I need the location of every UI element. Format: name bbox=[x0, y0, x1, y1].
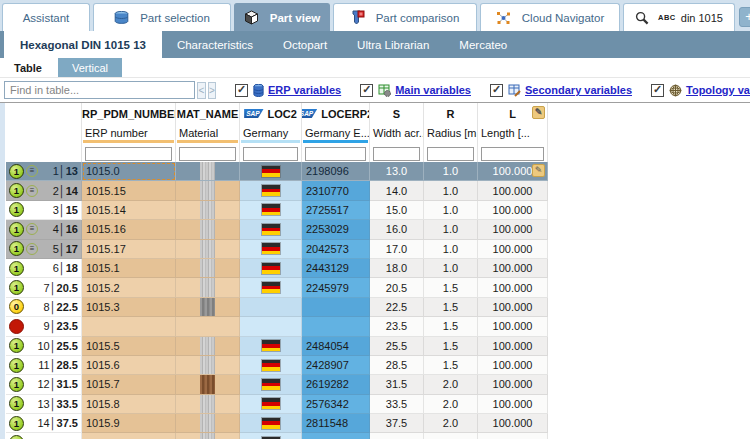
tab-search[interactable]: ABC din 1015 bbox=[623, 3, 735, 31]
row-number-cell[interactable]: 16│18 bbox=[6, 259, 82, 278]
locerp2-cell[interactable]: 2619282 bbox=[302, 375, 370, 394]
material-cell[interactable] bbox=[176, 395, 240, 414]
radius-cell[interactable]: 1.0 bbox=[424, 240, 478, 259]
radius-cell[interactable]: 1.0 bbox=[424, 181, 478, 200]
table-row[interactable]: 9│23.523.51.5100.000 bbox=[6, 317, 548, 336]
row-number-cell[interactable]: 9│23.5 bbox=[6, 317, 82, 336]
tab-octopart[interactable]: Octopart bbox=[268, 31, 342, 58]
table-row[interactable]: 17│20.51015.2224597920.51.5100.000 bbox=[6, 278, 548, 297]
width-across-cell[interactable] bbox=[370, 433, 424, 439]
edit-pencil-icon[interactable]: ✎ bbox=[532, 164, 545, 177]
width-across-cell[interactable]: 17.0 bbox=[370, 240, 424, 259]
loc2-cell[interactable] bbox=[240, 375, 302, 394]
radius-cell[interactable]: 1.5 bbox=[424, 337, 478, 356]
loc2-cell[interactable] bbox=[240, 201, 302, 220]
radius-cell[interactable]: 1.5 bbox=[424, 317, 478, 336]
row-number-cell[interactable]: 1≡4│16 bbox=[6, 220, 82, 239]
material-cell[interactable] bbox=[176, 337, 240, 356]
material-cell[interactable] bbox=[176, 278, 240, 297]
erp-number-cell[interactable]: 1015.0 bbox=[82, 162, 176, 181]
erp-variables-link[interactable]: ERP variables bbox=[268, 84, 341, 96]
material-cell[interactable] bbox=[176, 201, 240, 220]
column-header-LOCERP2[interactable]: SAPLOCERP2 bbox=[302, 103, 370, 124]
tab-part-view[interactable]: Part view bbox=[234, 3, 330, 31]
column-header-L[interactable]: L✎ bbox=[478, 103, 548, 124]
row-number-cell[interactable]: 112│31.5 bbox=[6, 375, 82, 394]
locerp2-cell[interactable]: 2253029 bbox=[302, 220, 370, 239]
tab-mercateo[interactable]: Mercateo bbox=[444, 31, 522, 58]
radius-cell[interactable]: 1.0 bbox=[424, 259, 478, 278]
loc2-cell[interactable] bbox=[240, 337, 302, 356]
table-row[interactable]: 113│33.51015.8257634233.52.0100.000 bbox=[6, 395, 548, 414]
erp-number-cell[interactable]: 1015.7 bbox=[82, 375, 176, 394]
row-number-cell[interactable]: 13│15 bbox=[6, 201, 82, 220]
tab-assistant[interactable]: Assistant bbox=[2, 3, 90, 31]
find-next-button[interactable]: > bbox=[208, 82, 216, 99]
radius-cell[interactable]: 1.0 bbox=[424, 220, 478, 239]
width-across-cell[interactable]: 16.0 bbox=[370, 220, 424, 239]
material-cell[interactable] bbox=[176, 298, 240, 317]
length-cell[interactable]: 100.000 bbox=[478, 375, 548, 394]
row-number-cell[interactable]: 1≡1│13 bbox=[6, 162, 82, 181]
main-variables-link[interactable]: Main variables bbox=[395, 84, 471, 96]
material-cell[interactable] bbox=[176, 220, 240, 239]
table-row[interactable]: 1≡2│141015.15231077014.01.0100.000 bbox=[6, 181, 548, 200]
material-cell[interactable] bbox=[176, 259, 240, 278]
length-cell[interactable]: 100.000 bbox=[478, 298, 548, 317]
column-header-ERP_PDM_NUMBER[interactable]: ERP_PDM_NUMBER bbox=[82, 103, 176, 124]
width-across-cell[interactable]: 22.5 bbox=[370, 298, 424, 317]
loc2-cell[interactable] bbox=[240, 356, 302, 375]
length-cell[interactable]: 100.000 bbox=[478, 259, 548, 278]
erp-number-cell[interactable]: 1015.2 bbox=[82, 278, 176, 297]
radius-cell[interactable]: 1.0 bbox=[424, 162, 478, 181]
table-row[interactable]: 1≡1│131015.0219809613.01.0100.000✎ bbox=[6, 162, 548, 181]
erp-number-cell[interactable]: 1015.3 bbox=[82, 298, 176, 317]
column-filter-input-L[interactable] bbox=[481, 147, 544, 161]
table-row[interactable]: 13│151015.14272551715.01.0100.000 bbox=[6, 201, 548, 220]
radius-cell[interactable]: 2.0 bbox=[424, 375, 478, 394]
table-row[interactable]: 1≡4│161015.16225302916.01.0100.000 bbox=[6, 220, 548, 239]
loc2-cell[interactable] bbox=[240, 298, 302, 317]
column-filter-input-ERP_PDM_NUMBER[interactable] bbox=[85, 147, 172, 161]
length-cell[interactable]: 100.000 bbox=[478, 414, 548, 433]
column-filter-input-S[interactable] bbox=[373, 147, 420, 161]
locerp2-cell[interactable]: 2245979 bbox=[302, 278, 370, 297]
column-filter-input-R[interactable] bbox=[427, 147, 474, 161]
find-in-table-input[interactable] bbox=[4, 81, 195, 99]
width-across-cell[interactable]: 37.5 bbox=[370, 414, 424, 433]
new-tab-button[interactable]: + bbox=[739, 7, 750, 27]
erp-number-cell[interactable]: 1015.17 bbox=[82, 240, 176, 259]
row-number-cell[interactable]: 1≡5│17 bbox=[6, 240, 82, 259]
material-cell[interactable] bbox=[176, 162, 240, 181]
row-number-cell[interactable]: 08│22.5 bbox=[6, 298, 82, 317]
erp-number-cell[interactable] bbox=[82, 433, 176, 439]
material-cell[interactable] bbox=[176, 414, 240, 433]
row-number-cell[interactable]: 17│20.5 bbox=[6, 278, 82, 297]
loc2-cell[interactable] bbox=[240, 162, 302, 181]
material-cell[interactable] bbox=[176, 317, 240, 336]
length-cell[interactable]: 100.000 bbox=[478, 337, 548, 356]
table-row[interactable]: 16│181015.1244312918.01.0100.000 bbox=[6, 259, 548, 278]
length-cell[interactable]: 100.000 bbox=[478, 181, 548, 200]
find-prev-button[interactable]: < bbox=[197, 82, 205, 99]
row-number-cell[interactable]: 1 bbox=[6, 433, 82, 439]
loc2-cell[interactable] bbox=[240, 259, 302, 278]
width-across-cell[interactable]: 33.5 bbox=[370, 395, 424, 414]
width-across-cell[interactable]: 18.0 bbox=[370, 259, 424, 278]
table-row[interactable]: 111│28.51015.6242890728.51.5100.000 bbox=[6, 356, 548, 375]
material-cell[interactable] bbox=[176, 433, 240, 439]
width-across-cell[interactable]: 28.5 bbox=[370, 356, 424, 375]
table-row[interactable]: 112│31.51015.7261928231.52.0100.000 bbox=[6, 375, 548, 394]
topology-variables-checkbox[interactable] bbox=[651, 84, 664, 97]
table-row[interactable]: 1≡5│171015.17204257317.01.0100.000 bbox=[6, 240, 548, 259]
width-across-cell[interactable]: 23.5 bbox=[370, 317, 424, 336]
length-cell[interactable]: 100.000 bbox=[478, 356, 548, 375]
length-cell[interactable]: 100.000 bbox=[478, 220, 548, 239]
width-across-cell[interactable]: 20.5 bbox=[370, 278, 424, 297]
secondary-variables-link[interactable]: Secondary variables bbox=[525, 84, 632, 96]
column-header-MAT_NAME[interactable]: MAT_NAME bbox=[176, 103, 240, 124]
row-number-cell[interactable]: 114│37.5 bbox=[6, 414, 82, 433]
erp-number-cell[interactable]: 1015.9 bbox=[82, 414, 176, 433]
loc2-cell[interactable] bbox=[240, 395, 302, 414]
material-cell[interactable] bbox=[176, 375, 240, 394]
